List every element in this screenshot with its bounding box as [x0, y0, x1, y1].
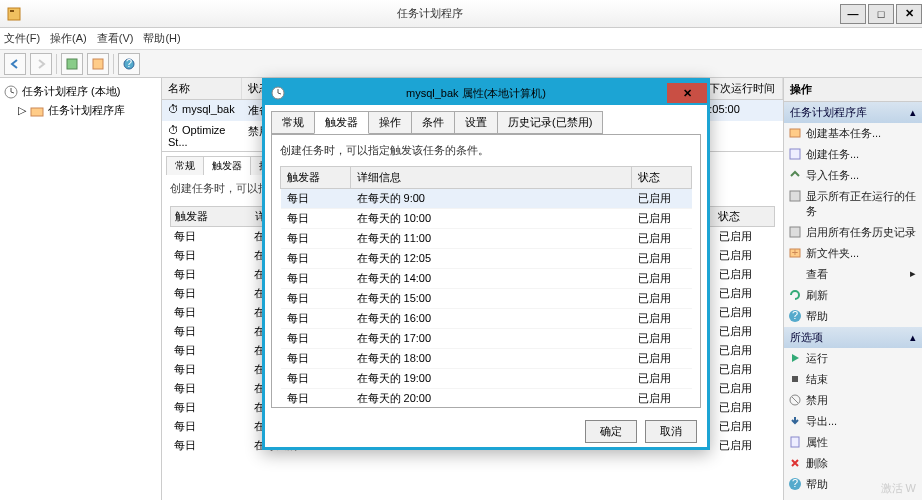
action-item[interactable]: 导出... — [784, 411, 922, 432]
menu-action[interactable]: 操作(A) — [50, 31, 87, 46]
dialog-tab[interactable]: 历史记录(已禁用) — [497, 111, 603, 134]
menu-view[interactable]: 查看(V) — [97, 31, 134, 46]
dialog-panel: 创建任务时，可以指定触发该任务的条件。 触发器 详细信息 状态 每日在每天的 9… — [271, 134, 701, 408]
action-icon — [788, 225, 802, 239]
dialog-col-state[interactable]: 状态 — [632, 167, 692, 189]
action-icon — [788, 168, 802, 182]
dialog-trigger-row[interactable]: 每日在每天的 20:00已启用 — [281, 389, 692, 409]
col-next[interactable]: 下次运行时间 — [703, 78, 783, 99]
dialog-trigger-row[interactable]: 每日在每天的 15:00已启用 — [281, 289, 692, 309]
svg-rect-11 — [790, 227, 800, 237]
svg-text:?: ? — [792, 309, 798, 321]
properties-icon[interactable] — [61, 53, 83, 75]
detail-col-trigger[interactable]: 触发器 — [171, 207, 251, 226]
dialog-col-trigger[interactable]: 触发器 — [281, 167, 351, 189]
svg-rect-3 — [93, 59, 103, 69]
col-name[interactable]: 名称 — [162, 78, 242, 99]
tree-root[interactable]: 任务计划程序 (本地) — [4, 82, 157, 101]
action-icon — [788, 414, 802, 428]
dialog-titlebar[interactable]: mysql_bak 属性(本地计算机) ✕ — [265, 81, 707, 105]
expand-icon[interactable]: ▷ — [18, 104, 26, 117]
action-item[interactable]: 导入任务... — [784, 165, 922, 186]
dialog-trigger-row[interactable]: 每日在每天的 17:00已启用 — [281, 329, 692, 349]
action-icon: ? — [788, 477, 802, 491]
dialog-col-detail[interactable]: 详细信息 — [351, 167, 632, 189]
actions-section-selected: 所选项▴ — [784, 327, 922, 348]
action-item[interactable]: 创建任务... — [784, 144, 922, 165]
tree-library-label: 任务计划程序库 — [48, 103, 125, 118]
action-item[interactable]: ?帮助 — [784, 306, 922, 327]
action-item[interactable]: 属性 — [784, 432, 922, 453]
actions-section-library: 任务计划程序库▴ — [784, 102, 922, 123]
clock-icon — [4, 85, 18, 99]
dialog-tab[interactable]: 操作 — [368, 111, 412, 134]
actions-header: 操作 — [784, 78, 922, 102]
action-item[interactable]: 显示所有正在运行的任务 — [784, 186, 922, 222]
nav-tree: 任务计划程序 (本地) ▷ 任务计划程序库 — [0, 78, 162, 500]
back-button[interactable] — [4, 53, 26, 75]
svg-rect-8 — [790, 129, 800, 137]
action-icon — [788, 393, 802, 407]
dialog-tab[interactable]: 条件 — [411, 111, 455, 134]
ok-button[interactable]: 确定 — [585, 420, 637, 443]
action-icon — [788, 267, 802, 281]
refresh-icon[interactable] — [87, 53, 109, 75]
action-icon — [788, 372, 802, 386]
action-item[interactable]: 禁用 — [784, 390, 922, 411]
detail-tab[interactable]: 触发器 — [203, 156, 251, 175]
dialog-title: mysql_bak 属性(本地计算机) — [285, 86, 667, 101]
menu-file[interactable]: 文件(F) — [4, 31, 40, 46]
dialog-trigger-row[interactable]: 每日在每天的 16:00已启用 — [281, 309, 692, 329]
forward-button[interactable] — [30, 53, 52, 75]
dialog-description: 创建任务时，可以指定触发该任务的条件。 — [280, 143, 692, 158]
task-icon: ⏱ — [168, 103, 179, 115]
dialog-trigger-row[interactable]: 每日在每天的 10:00已启用 — [281, 209, 692, 229]
dialog-tab[interactable]: 常规 — [271, 111, 315, 134]
minimize-button[interactable]: — — [840, 4, 866, 24]
svg-rect-7 — [31, 108, 43, 116]
action-item[interactable]: 删除 — [784, 453, 922, 474]
action-icon — [788, 288, 802, 302]
action-item[interactable]: 创建基本任务... — [784, 123, 922, 144]
action-icon — [788, 147, 802, 161]
action-item[interactable]: 查看 ▸ — [784, 264, 922, 285]
dialog-icon — [271, 86, 285, 100]
toolbar: ? — [0, 50, 922, 78]
collapse-icon[interactable]: ▴ — [910, 106, 916, 119]
help-icon[interactable]: ? — [118, 53, 140, 75]
action-icon — [788, 189, 802, 203]
dialog-trigger-row[interactable]: 每日在每天的 9:00已启用 — [281, 189, 692, 209]
dialog-tab[interactable]: 触发器 — [314, 111, 369, 134]
action-icon — [788, 351, 802, 365]
menu-help[interactable]: 帮助(H) — [143, 31, 180, 46]
app-icon — [6, 6, 22, 22]
dialog-trigger-row[interactable]: 每日在每天的 14:00已启用 — [281, 269, 692, 289]
close-button[interactable]: ✕ — [896, 4, 922, 24]
action-icon — [788, 456, 802, 470]
svg-text:?: ? — [792, 477, 798, 489]
cancel-button[interactable]: 取消 — [645, 420, 697, 443]
maximize-button[interactable]: □ — [868, 4, 894, 24]
dialog-tab[interactable]: 设置 — [454, 111, 498, 134]
action-item[interactable]: 结束 — [784, 369, 922, 390]
detail-tab[interactable]: 常规 — [166, 156, 204, 175]
tree-library[interactable]: ▷ 任务计划程序库 — [4, 101, 157, 120]
action-item[interactable]: 启用所有任务历史记录 — [784, 222, 922, 243]
dialog-trigger-row[interactable]: 每日在每天的 12:05已启用 — [281, 249, 692, 269]
collapse-icon[interactable]: ▴ — [910, 331, 916, 344]
action-item[interactable]: 运行 — [784, 348, 922, 369]
dialog-trigger-row[interactable]: 每日在每天的 11:00已启用 — [281, 229, 692, 249]
triggers-table: 触发器 详细信息 状态 每日在每天的 9:00已启用每日在每天的 10:00已启… — [280, 166, 692, 408]
dialog-close-button[interactable]: ✕ — [667, 83, 707, 103]
svg-rect-18 — [791, 437, 799, 447]
actions-pane: 操作 任务计划程序库▴ 创建基本任务...创建任务...导入任务...显示所有正… — [784, 78, 922, 500]
dialog-trigger-row[interactable]: 每日在每天的 19:00已启用 — [281, 369, 692, 389]
action-item[interactable]: +新文件夹... — [784, 243, 922, 264]
action-item[interactable]: 刷新 — [784, 285, 922, 306]
dialog-trigger-row[interactable]: 每日在每天的 18:00已启用 — [281, 349, 692, 369]
action-icon: + — [788, 246, 802, 260]
svg-rect-2 — [67, 59, 77, 69]
menubar: 文件(F) 操作(A) 查看(V) 帮助(H) — [0, 28, 922, 50]
svg-rect-1 — [10, 10, 14, 12]
detail-col-state[interactable]: 状态 — [714, 207, 774, 226]
